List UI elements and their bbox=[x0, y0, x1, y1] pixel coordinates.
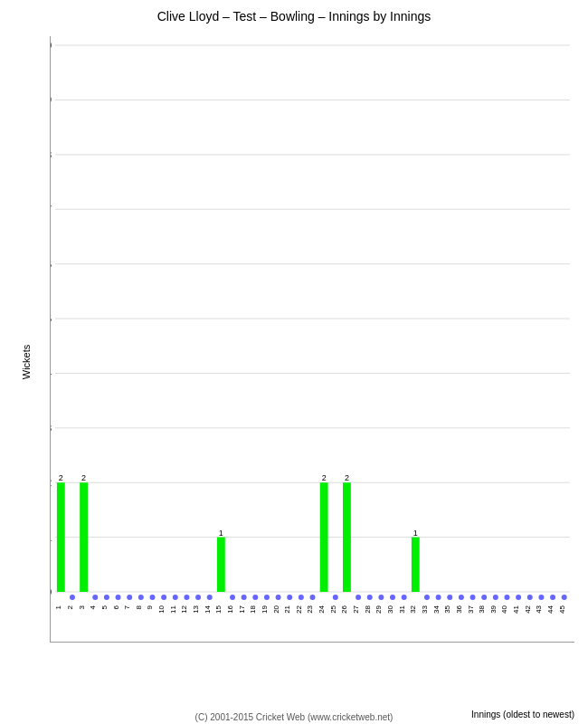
svg-text:23: 23 bbox=[307, 605, 315, 613]
svg-text:8: 8 bbox=[135, 605, 143, 609]
svg-text:12: 12 bbox=[180, 605, 188, 613]
svg-point-25 bbox=[70, 595, 75, 600]
svg-text:42: 42 bbox=[524, 605, 532, 613]
svg-text:26: 26 bbox=[340, 605, 348, 613]
svg-text:25: 25 bbox=[329, 605, 337, 613]
svg-text:10: 10 bbox=[51, 40, 52, 51]
svg-point-42 bbox=[161, 595, 166, 600]
svg-text:7: 7 bbox=[123, 605, 131, 609]
svg-point-67 bbox=[299, 595, 304, 600]
svg-point-87 bbox=[402, 595, 407, 600]
svg-text:10: 10 bbox=[157, 605, 166, 613]
svg-rect-22 bbox=[57, 482, 65, 592]
svg-text:34: 34 bbox=[432, 605, 441, 613]
svg-text:9: 9 bbox=[51, 94, 52, 105]
chart-title: Clive Lloyd – Test – Bowling – Innings b… bbox=[0, 0, 588, 28]
svg-text:6: 6 bbox=[51, 259, 52, 270]
svg-text:18: 18 bbox=[249, 605, 257, 613]
svg-text:20: 20 bbox=[272, 605, 280, 613]
svg-text:40: 40 bbox=[500, 605, 508, 613]
svg-point-102 bbox=[481, 595, 487, 600]
svg-text:2: 2 bbox=[322, 473, 327, 482]
svg-point-30 bbox=[92, 595, 98, 600]
svg-text:38: 38 bbox=[478, 605, 486, 613]
y-axis-label: Wickets bbox=[21, 345, 32, 380]
svg-text:30: 30 bbox=[386, 605, 394, 613]
svg-text:35: 35 bbox=[443, 605, 451, 613]
svg-point-98 bbox=[459, 595, 464, 600]
svg-point-110 bbox=[527, 595, 533, 600]
svg-rect-52 bbox=[217, 538, 225, 592]
svg-rect-27 bbox=[80, 482, 88, 592]
svg-text:4: 4 bbox=[51, 367, 52, 378]
svg-text:41: 41 bbox=[512, 605, 520, 613]
svg-point-57 bbox=[242, 595, 247, 600]
chart-area: 0123456789102122345678910111213141151617… bbox=[50, 36, 574, 643]
svg-text:1: 1 bbox=[54, 605, 62, 609]
svg-point-44 bbox=[173, 595, 178, 600]
svg-text:22: 22 bbox=[295, 605, 303, 613]
svg-text:29: 29 bbox=[375, 605, 383, 613]
svg-text:37: 37 bbox=[467, 605, 475, 613]
svg-point-100 bbox=[470, 595, 476, 600]
svg-text:27: 27 bbox=[352, 605, 360, 613]
svg-rect-89 bbox=[412, 538, 420, 592]
svg-text:1: 1 bbox=[51, 532, 52, 543]
svg-point-114 bbox=[550, 595, 555, 600]
svg-text:45: 45 bbox=[558, 605, 566, 613]
svg-text:2: 2 bbox=[66, 605, 74, 609]
svg-text:32: 32 bbox=[409, 605, 417, 613]
svg-text:14: 14 bbox=[204, 605, 212, 613]
svg-point-50 bbox=[207, 595, 213, 600]
svg-text:7: 7 bbox=[51, 204, 52, 214]
svg-point-104 bbox=[493, 595, 498, 600]
svg-text:24: 24 bbox=[318, 605, 326, 613]
svg-point-94 bbox=[436, 595, 441, 600]
svg-text:2: 2 bbox=[81, 473, 86, 482]
svg-text:19: 19 bbox=[261, 605, 269, 613]
svg-text:16: 16 bbox=[226, 605, 234, 613]
svg-point-61 bbox=[264, 595, 270, 600]
svg-point-106 bbox=[504, 595, 509, 600]
svg-text:11: 11 bbox=[169, 605, 177, 613]
svg-text:2: 2 bbox=[59, 473, 63, 482]
svg-point-38 bbox=[138, 595, 144, 600]
svg-point-63 bbox=[276, 595, 281, 600]
svg-text:1: 1 bbox=[219, 529, 223, 538]
svg-text:6: 6 bbox=[112, 605, 120, 609]
footer-text: (C) 2001-2015 Cricket Web (www.cricketwe… bbox=[0, 712, 588, 722]
chart-svg: 0123456789102122345678910111213141151617… bbox=[51, 36, 574, 642]
svg-text:13: 13 bbox=[192, 605, 200, 613]
svg-point-55 bbox=[230, 595, 235, 600]
svg-text:36: 36 bbox=[455, 605, 463, 613]
svg-rect-71 bbox=[320, 482, 328, 592]
svg-point-69 bbox=[310, 595, 316, 600]
svg-point-36 bbox=[127, 595, 132, 600]
svg-point-116 bbox=[562, 595, 567, 600]
svg-text:28: 28 bbox=[364, 605, 372, 613]
svg-point-46 bbox=[184, 595, 189, 600]
svg-text:43: 43 bbox=[535, 605, 543, 613]
svg-point-59 bbox=[252, 595, 258, 600]
svg-text:4: 4 bbox=[89, 605, 97, 609]
svg-point-32 bbox=[104, 595, 109, 600]
svg-text:44: 44 bbox=[546, 605, 555, 613]
svg-point-81 bbox=[367, 595, 373, 600]
svg-text:8: 8 bbox=[51, 149, 52, 160]
svg-text:31: 31 bbox=[398, 605, 406, 613]
svg-point-79 bbox=[356, 595, 361, 600]
svg-point-34 bbox=[116, 595, 121, 600]
svg-point-74 bbox=[333, 595, 338, 600]
svg-text:3: 3 bbox=[78, 605, 86, 609]
svg-text:1: 1 bbox=[413, 529, 418, 538]
svg-point-112 bbox=[538, 595, 544, 600]
svg-point-40 bbox=[149, 595, 155, 600]
svg-text:5: 5 bbox=[100, 605, 109, 609]
svg-text:9: 9 bbox=[146, 605, 154, 609]
svg-point-65 bbox=[287, 595, 292, 600]
svg-text:0: 0 bbox=[51, 586, 52, 597]
svg-text:2: 2 bbox=[345, 473, 349, 482]
svg-rect-76 bbox=[343, 482, 351, 592]
svg-text:21: 21 bbox=[283, 605, 291, 613]
svg-point-83 bbox=[378, 595, 384, 600]
